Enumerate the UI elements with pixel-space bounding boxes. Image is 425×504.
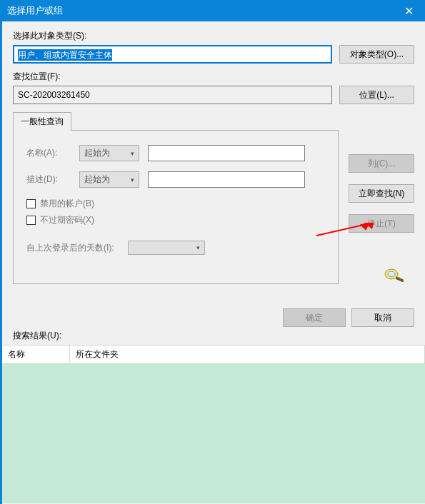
find-icon xyxy=(384,267,406,283)
close-button[interactable]: ✕ xyxy=(393,0,425,21)
locations-button[interactable]: 位置(L)... xyxy=(339,86,414,104)
no-expire-password-label: 不过期密码(X) xyxy=(40,214,94,226)
columns-button[interactable]: 列(C)... xyxy=(349,154,414,173)
svg-point-1 xyxy=(388,271,395,277)
object-type-label: 选择此对象类型(S): xyxy=(13,30,414,42)
cancel-button[interactable]: 取消 xyxy=(351,308,414,327)
name-label: 名称(A): xyxy=(26,147,71,159)
disabled-accounts-label: 禁用的帐户(B) xyxy=(40,198,94,210)
no-expire-password-checkbox[interactable] xyxy=(26,216,36,225)
close-icon: ✕ xyxy=(404,4,414,18)
disabled-accounts-checkbox[interactable] xyxy=(26,199,36,208)
column-folder[interactable]: 所在文件夹 xyxy=(70,346,425,363)
days-since-login-label: 自上次登录后的天数(I): xyxy=(26,242,119,254)
days-since-login-select[interactable]: ▾ xyxy=(128,241,205,255)
location-label: 查找位置(F): xyxy=(13,71,414,83)
location-field[interactable]: SC-202003261450 xyxy=(13,86,332,104)
search-now-button[interactable]: 立即查找(N) xyxy=(349,184,414,203)
results-table: 名称 所在文件夹 xyxy=(2,345,425,503)
desc-label: 描述(D): xyxy=(26,173,71,186)
column-name[interactable]: 名称 xyxy=(2,346,70,363)
window-title: 选择用户或组 xyxy=(7,4,393,17)
titlebar: 选择用户或组 ✕ xyxy=(0,0,425,21)
desc-input[interactable] xyxy=(148,171,305,188)
table-header: 名称 所在文件夹 xyxy=(2,345,425,364)
stop-button[interactable]: 停止(T) xyxy=(349,214,414,233)
chevron-down-icon: ▾ xyxy=(196,244,200,251)
tab-panel: 名称(A): 起始为 ▾ 描述(D): 起始为 ▾ 禁用的帐户(B) xyxy=(13,130,339,284)
object-type-field[interactable]: 用户、组或内置安全主体 xyxy=(13,45,332,64)
tab-general-query[interactable]: 一般性查询 xyxy=(13,112,71,131)
ok-button[interactable]: 确定 xyxy=(283,308,346,327)
desc-match-select[interactable]: 起始为 ▾ xyxy=(79,171,139,188)
search-results-label: 搜索结果(U): xyxy=(13,330,414,342)
name-input[interactable] xyxy=(148,145,305,161)
results-body[interactable] xyxy=(2,364,425,503)
tabbar: 一般性查询 xyxy=(13,111,414,130)
object-types-button[interactable]: 对象类型(O)... xyxy=(339,45,414,64)
name-match-select[interactable]: 起始为 ▾ xyxy=(79,145,139,161)
chevron-down-icon: ▾ xyxy=(131,150,134,157)
svg-rect-2 xyxy=(395,276,404,283)
chevron-down-icon: ▾ xyxy=(131,176,134,183)
dialog-content: 选择此对象类型(S): 用户、组或内置安全主体 对象类型(O)... 查找位置(… xyxy=(0,21,425,504)
